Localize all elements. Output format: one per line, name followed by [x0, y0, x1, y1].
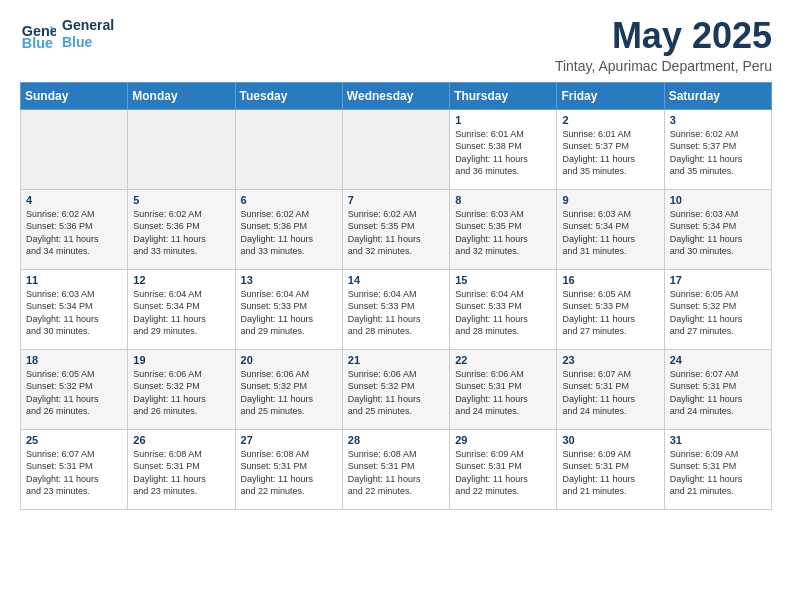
- calendar-cell: [128, 109, 235, 189]
- day-info: Sunrise: 6:02 AM Sunset: 5:36 PM Dayligh…: [26, 208, 122, 258]
- page-header: General Blue General Blue May 2025 Tinta…: [20, 16, 772, 74]
- day-info: Sunrise: 6:02 AM Sunset: 5:36 PM Dayligh…: [133, 208, 229, 258]
- day-number: 9: [562, 194, 658, 206]
- day-info: Sunrise: 6:03 AM Sunset: 5:34 PM Dayligh…: [26, 288, 122, 338]
- calendar-cell: 10Sunrise: 6:03 AM Sunset: 5:34 PM Dayli…: [664, 189, 771, 269]
- calendar-cell: 14Sunrise: 6:04 AM Sunset: 5:33 PM Dayli…: [342, 269, 449, 349]
- day-number: 16: [562, 274, 658, 286]
- day-number: 29: [455, 434, 551, 446]
- day-number: 24: [670, 354, 766, 366]
- calendar-cell: 27Sunrise: 6:08 AM Sunset: 5:31 PM Dayli…: [235, 429, 342, 509]
- day-info: Sunrise: 6:03 AM Sunset: 5:35 PM Dayligh…: [455, 208, 551, 258]
- calendar-cell: 19Sunrise: 6:06 AM Sunset: 5:32 PM Dayli…: [128, 349, 235, 429]
- day-number: 1: [455, 114, 551, 126]
- day-info: Sunrise: 6:09 AM Sunset: 5:31 PM Dayligh…: [670, 448, 766, 498]
- day-number: 30: [562, 434, 658, 446]
- calendar-cell: 8Sunrise: 6:03 AM Sunset: 5:35 PM Daylig…: [450, 189, 557, 269]
- day-number: 6: [241, 194, 337, 206]
- logo: General Blue General Blue: [20, 16, 114, 52]
- day-info: Sunrise: 6:05 AM Sunset: 5:32 PM Dayligh…: [26, 368, 122, 418]
- svg-text:Blue: Blue: [22, 35, 53, 51]
- day-info: Sunrise: 6:02 AM Sunset: 5:37 PM Dayligh…: [670, 128, 766, 178]
- calendar-cell: 22Sunrise: 6:06 AM Sunset: 5:31 PM Dayli…: [450, 349, 557, 429]
- day-number: 5: [133, 194, 229, 206]
- calendar-header-friday: Friday: [557, 82, 664, 109]
- calendar-cell: [235, 109, 342, 189]
- calendar-cell: 25Sunrise: 6:07 AM Sunset: 5:31 PM Dayli…: [21, 429, 128, 509]
- calendar-cell: 9Sunrise: 6:03 AM Sunset: 5:34 PM Daylig…: [557, 189, 664, 269]
- day-info: Sunrise: 6:04 AM Sunset: 5:34 PM Dayligh…: [133, 288, 229, 338]
- day-number: 11: [26, 274, 122, 286]
- day-number: 3: [670, 114, 766, 126]
- calendar-cell: 11Sunrise: 6:03 AM Sunset: 5:34 PM Dayli…: [21, 269, 128, 349]
- day-number: 12: [133, 274, 229, 286]
- day-info: Sunrise: 6:01 AM Sunset: 5:37 PM Dayligh…: [562, 128, 658, 178]
- day-info: Sunrise: 6:05 AM Sunset: 5:33 PM Dayligh…: [562, 288, 658, 338]
- logo-text-line1: General: [62, 17, 114, 34]
- calendar-week-3: 11Sunrise: 6:03 AM Sunset: 5:34 PM Dayli…: [21, 269, 772, 349]
- day-number: 28: [348, 434, 444, 446]
- calendar-header-monday: Monday: [128, 82, 235, 109]
- day-number: 27: [241, 434, 337, 446]
- day-info: Sunrise: 6:07 AM Sunset: 5:31 PM Dayligh…: [562, 368, 658, 418]
- day-number: 10: [670, 194, 766, 206]
- day-info: Sunrise: 6:04 AM Sunset: 5:33 PM Dayligh…: [455, 288, 551, 338]
- day-number: 31: [670, 434, 766, 446]
- day-info: Sunrise: 6:03 AM Sunset: 5:34 PM Dayligh…: [562, 208, 658, 258]
- calendar-header-thursday: Thursday: [450, 82, 557, 109]
- day-number: 20: [241, 354, 337, 366]
- logo-icon: General Blue: [20, 16, 56, 52]
- day-info: Sunrise: 6:03 AM Sunset: 5:34 PM Dayligh…: [670, 208, 766, 258]
- day-number: 26: [133, 434, 229, 446]
- calendar-cell: 12Sunrise: 6:04 AM Sunset: 5:34 PM Dayli…: [128, 269, 235, 349]
- calendar-cell: 4Sunrise: 6:02 AM Sunset: 5:36 PM Daylig…: [21, 189, 128, 269]
- calendar-header-row: SundayMondayTuesdayWednesdayThursdayFrid…: [21, 82, 772, 109]
- title-block: May 2025 Tintay, Apurimac Department, Pe…: [555, 16, 772, 74]
- calendar-cell: 6Sunrise: 6:02 AM Sunset: 5:36 PM Daylig…: [235, 189, 342, 269]
- calendar-cell: 18Sunrise: 6:05 AM Sunset: 5:32 PM Dayli…: [21, 349, 128, 429]
- calendar-week-1: 1Sunrise: 6:01 AM Sunset: 5:38 PM Daylig…: [21, 109, 772, 189]
- calendar-cell: 23Sunrise: 6:07 AM Sunset: 5:31 PM Dayli…: [557, 349, 664, 429]
- calendar-cell: [21, 109, 128, 189]
- location-subtitle: Tintay, Apurimac Department, Peru: [555, 58, 772, 74]
- calendar-week-2: 4Sunrise: 6:02 AM Sunset: 5:36 PM Daylig…: [21, 189, 772, 269]
- day-info: Sunrise: 6:07 AM Sunset: 5:31 PM Dayligh…: [26, 448, 122, 498]
- calendar-cell: 13Sunrise: 6:04 AM Sunset: 5:33 PM Dayli…: [235, 269, 342, 349]
- calendar-cell: 15Sunrise: 6:04 AM Sunset: 5:33 PM Dayli…: [450, 269, 557, 349]
- day-info: Sunrise: 6:05 AM Sunset: 5:32 PM Dayligh…: [670, 288, 766, 338]
- calendar-cell: 16Sunrise: 6:05 AM Sunset: 5:33 PM Dayli…: [557, 269, 664, 349]
- day-info: Sunrise: 6:09 AM Sunset: 5:31 PM Dayligh…: [455, 448, 551, 498]
- day-info: Sunrise: 6:04 AM Sunset: 5:33 PM Dayligh…: [241, 288, 337, 338]
- day-info: Sunrise: 6:08 AM Sunset: 5:31 PM Dayligh…: [241, 448, 337, 498]
- calendar-cell: 3Sunrise: 6:02 AM Sunset: 5:37 PM Daylig…: [664, 109, 771, 189]
- calendar-header-sunday: Sunday: [21, 82, 128, 109]
- calendar-table: SundayMondayTuesdayWednesdayThursdayFrid…: [20, 82, 772, 510]
- month-title: May 2025: [555, 16, 772, 56]
- calendar-cell: 17Sunrise: 6:05 AM Sunset: 5:32 PM Dayli…: [664, 269, 771, 349]
- calendar-header-wednesday: Wednesday: [342, 82, 449, 109]
- day-number: 2: [562, 114, 658, 126]
- calendar-body: 1Sunrise: 6:01 AM Sunset: 5:38 PM Daylig…: [21, 109, 772, 509]
- calendar-cell: 30Sunrise: 6:09 AM Sunset: 5:31 PM Dayli…: [557, 429, 664, 509]
- calendar-header-tuesday: Tuesday: [235, 82, 342, 109]
- day-number: 7: [348, 194, 444, 206]
- calendar-cell: 26Sunrise: 6:08 AM Sunset: 5:31 PM Dayli…: [128, 429, 235, 509]
- day-info: Sunrise: 6:02 AM Sunset: 5:36 PM Dayligh…: [241, 208, 337, 258]
- day-number: 18: [26, 354, 122, 366]
- day-number: 8: [455, 194, 551, 206]
- calendar-cell: 21Sunrise: 6:06 AM Sunset: 5:32 PM Dayli…: [342, 349, 449, 429]
- day-info: Sunrise: 6:06 AM Sunset: 5:31 PM Dayligh…: [455, 368, 551, 418]
- day-info: Sunrise: 6:01 AM Sunset: 5:38 PM Dayligh…: [455, 128, 551, 178]
- day-number: 19: [133, 354, 229, 366]
- day-info: Sunrise: 6:04 AM Sunset: 5:33 PM Dayligh…: [348, 288, 444, 338]
- calendar-week-4: 18Sunrise: 6:05 AM Sunset: 5:32 PM Dayli…: [21, 349, 772, 429]
- calendar-week-5: 25Sunrise: 6:07 AM Sunset: 5:31 PM Dayli…: [21, 429, 772, 509]
- day-number: 23: [562, 354, 658, 366]
- calendar-cell: 5Sunrise: 6:02 AM Sunset: 5:36 PM Daylig…: [128, 189, 235, 269]
- calendar-cell: 1Sunrise: 6:01 AM Sunset: 5:38 PM Daylig…: [450, 109, 557, 189]
- calendar-cell: 28Sunrise: 6:08 AM Sunset: 5:31 PM Dayli…: [342, 429, 449, 509]
- day-number: 4: [26, 194, 122, 206]
- calendar-cell: 2Sunrise: 6:01 AM Sunset: 5:37 PM Daylig…: [557, 109, 664, 189]
- day-info: Sunrise: 6:09 AM Sunset: 5:31 PM Dayligh…: [562, 448, 658, 498]
- day-number: 22: [455, 354, 551, 366]
